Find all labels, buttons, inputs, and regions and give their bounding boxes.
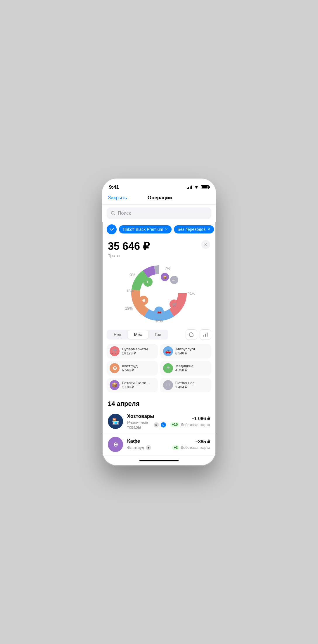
cat-info-various: Различные то... 1 188 ₽ (122, 381, 149, 389)
filter-chip-notransfer-label: Без переводов (177, 227, 205, 232)
donut-svg: 🛒 🚗 ⊖ + (127, 261, 191, 325)
filter-chip-tinkoff-close[interactable]: ✕ (165, 227, 168, 231)
transaction-item-1[interactable]: 🏪 Хозтовары Различные товары B ⏱ –1 086 … (102, 410, 216, 433)
status-bar: 9:41 (102, 179, 216, 193)
tab-god[interactable]: Год (148, 330, 167, 339)
home-bar (139, 460, 179, 461)
svg-text:+: + (146, 280, 148, 284)
pct-label-18b: 18% (155, 318, 163, 323)
summary-label: Траты (108, 253, 210, 258)
categories-grid: 🛒 Супермаркеты 14 173 ₽ 🚗 Автоуслуги 6 5… (102, 343, 216, 396)
chart-icon-car: 🚗 (154, 307, 164, 316)
tx-icon-b-1: B (154, 422, 159, 427)
cat-item-other[interactable]: ··· Остальное 2 454 ₽ (160, 378, 211, 392)
cat-name-supermarket: Супермаркеты (122, 347, 148, 351)
tx-right-1: –1 086 ₽ +10 Дебетовая карта (170, 416, 210, 427)
chart-icon-medicine: + (143, 277, 153, 287)
period-tabs: Нед Мес Год (107, 330, 168, 340)
chart-icon-cart: 🛒 (170, 300, 179, 309)
pct-label-41b: 41% (188, 291, 195, 295)
filter-chip-notransfer[interactable]: Без переводов ✕ (174, 225, 214, 233)
cat-name-other: Остальное (175, 381, 195, 385)
cat-icon-medicine: + (163, 363, 173, 373)
refresh-button[interactable] (186, 329, 197, 340)
signal-icon (187, 185, 192, 189)
summary-close-button[interactable]: ✕ (201, 240, 210, 249)
tx-plus-badge-2: +3 (172, 445, 179, 450)
status-icons (187, 185, 209, 189)
phone-frame: 9:41 Закрыть Операции (102, 179, 216, 466)
cat-amount-fastfood: 6 540 ₽ (122, 368, 138, 372)
tx-card-label-1: Дебетовая карта (181, 423, 210, 427)
cat-amount-other: 2 454 ₽ (175, 385, 195, 389)
transaction-item-2[interactable]: ⊖ Кафе Фастфуд B –385 ₽ +3 Дебетовая кар… (102, 433, 216, 456)
tx-plus-badge-1: +10 (170, 422, 179, 427)
tx-icon-b-2: B (146, 445, 151, 450)
tx-name-1: Хозтовары (127, 413, 166, 419)
cat-info-supermarket: Супермаркеты 14 173 ₽ (122, 347, 148, 355)
bar-chart-icon (203, 332, 208, 337)
period-row: Нед Мес Год (102, 325, 216, 343)
close-button[interactable]: Закрыть (108, 195, 127, 201)
svg-text:📦: 📦 (163, 275, 167, 279)
cat-icon-fastfood: ⊖ (110, 363, 120, 373)
nav-bar: Закрыть Операции (102, 193, 216, 205)
wifi-icon (194, 185, 199, 189)
search-bar: Поиск (102, 205, 216, 222)
filters-row: Tinkoff Black Premium ✕ Без переводов ✕ … (102, 222, 216, 237)
chart-toggle-button[interactable] (200, 329, 211, 340)
status-time: 9:41 (109, 184, 119, 190)
tx-card-label-2: Дебетовая карта (181, 445, 210, 450)
svg-text:⊖: ⊖ (142, 298, 146, 303)
cat-item-auto[interactable]: 🚗 Автоуслуги 6 540 ₽ (160, 344, 211, 359)
search-icon (111, 211, 115, 216)
filter-dropdown-button[interactable] (107, 224, 117, 234)
filter-chip-notransfer-close[interactable]: ✕ (207, 227, 210, 231)
cat-name-auto: Автоуслуги (175, 347, 195, 351)
cat-icon-supermarket: 🛒 (110, 346, 120, 356)
search-placeholder: Поиск (118, 211, 131, 216)
pct-label-41: 7% (165, 266, 170, 271)
tx-middle-2: Кафе Фастфуд B (127, 438, 168, 450)
pct-label-13: 13% (126, 289, 134, 293)
chart-icon-various: 📦 (161, 273, 169, 281)
cat-name-various: Различные то... (122, 381, 149, 385)
page-title: Операции (148, 195, 172, 201)
filter-chip-tinkoff-label: Tinkoff Black Premium (122, 227, 163, 232)
period-icons (186, 329, 211, 340)
chart-icon-fastfood: ⊖ (139, 296, 148, 305)
tx-avatar-1: 🏪 (108, 414, 123, 429)
tab-ned[interactable]: Нед (107, 330, 128, 339)
svg-text:···: ··· (172, 278, 175, 282)
cat-item-fastfood[interactable]: ⊖ Фастфуд 6 540 ₽ (107, 361, 158, 375)
tx-name-2: Кафе (127, 438, 168, 444)
cat-icon-various: 📦 (110, 380, 120, 390)
filter-chip-tinkoff[interactable]: Tinkoff Black Premium ✕ (119, 225, 172, 233)
cat-info-other: Остальное 2 454 ₽ (175, 381, 195, 389)
tx-card-2: +3 Дебетовая карта (172, 445, 210, 450)
svg-text:🚗: 🚗 (157, 309, 162, 314)
chevron-down-icon (110, 228, 114, 231)
cat-item-supermarket[interactable]: 🛒 Супермаркеты 14 173 ₽ (107, 344, 158, 359)
refresh-icon (189, 332, 194, 337)
tx-cat-2: Фастфуд (127, 445, 144, 450)
battery-icon (201, 185, 209, 189)
cat-name-fastfood: Фастфуд (122, 364, 138, 368)
pct-label-18a: 18% (125, 306, 133, 311)
cat-name-medicine: Медицина (175, 364, 193, 368)
summary-section: 35 646 ₽ Траты ✕ (102, 237, 216, 258)
chart-section: 🛒 🚗 ⊖ + (102, 258, 216, 325)
search-input[interactable]: Поиск (107, 207, 211, 219)
cat-info-medicine: Медицина 4 750 ₽ (175, 364, 193, 372)
tx-card-1: +10 Дебетовая карта (170, 422, 210, 427)
pct-label-3: 3% (130, 273, 135, 277)
svg-text:🛒: 🛒 (172, 302, 177, 307)
home-indicator (102, 456, 216, 466)
tab-mes[interactable]: Мес (128, 330, 148, 339)
svg-line-1 (114, 214, 115, 215)
cat-item-medicine[interactable]: + Медицина 4 750 ₽ (160, 361, 211, 375)
cat-icon-other: ··· (163, 380, 173, 390)
cat-item-various[interactable]: 📦 Различные то... 1 188 ₽ (107, 378, 158, 392)
cat-amount-auto: 6 540 ₽ (175, 351, 195, 355)
tx-amount-2: –385 ₽ (172, 439, 210, 444)
